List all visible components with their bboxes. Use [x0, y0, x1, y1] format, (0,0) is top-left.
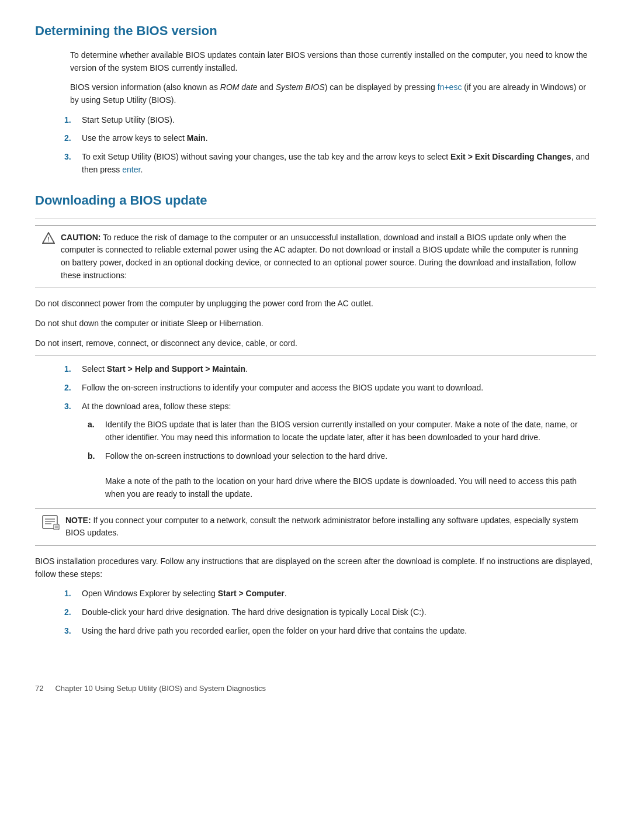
step-num-1-2: 2. — [64, 132, 71, 145]
rule3: Do not insert, remove, connect, or disco… — [35, 337, 596, 357]
step-num-1-3: 3. — [64, 151, 71, 164]
sub-steps: a. Identify the BIOS update that is late… — [105, 419, 596, 500]
enter-link[interactable]: enter — [122, 165, 140, 174]
section2-title: Downloading a BIOS update — [35, 193, 596, 209]
note-svg — [42, 515, 60, 530]
sub-step-num-a: a. — [88, 419, 95, 431]
caution-body: To reduce the risk of damage to the comp… — [61, 233, 578, 280]
step2-1: 1. Open Windows Explorer by selecting St… — [82, 587, 596, 600]
step2-1-end: . — [285, 589, 287, 598]
section1-para2: BIOS version information (also known as … — [70, 81, 596, 106]
step-1-1: 1. Start Setup Utility (BIOS). — [82, 114, 596, 127]
step-num2-2: 2. — [64, 606, 71, 619]
page-number: 72 — [35, 684, 43, 693]
step-2-1-start: Select — [82, 364, 107, 374]
section1-para1: To determine whether available BIOS upda… — [70, 49, 596, 74]
rule2: Do not shut down the computer or initiat… — [35, 317, 596, 330]
section-bios-download: Downloading a BIOS update ! CAUTION: To … — [35, 193, 596, 638]
step-num-2-1: 1. — [64, 363, 71, 376]
section2-divider — [35, 219, 596, 219]
step-num-2-2: 2. — [64, 382, 71, 395]
step-2-1-bold: Start > Help and Support > Maintain — [107, 364, 245, 374]
sub-step-a: a. Identify the BIOS update that is late… — [105, 419, 596, 444]
para2-start: BIOS version information (also known as — [70, 82, 220, 92]
fn-esc-link[interactable]: fn+esc — [438, 82, 462, 92]
step-2-1-end: . — [245, 364, 248, 374]
chapter-title: Chapter 10 Using Setup Utility (BIOS) an… — [55, 684, 266, 693]
step-2-3: 3. At the download area, follow these st… — [82, 400, 596, 501]
para2-end: ) can be displayed by pressing — [325, 82, 438, 92]
sub-step-num-b: b. — [88, 450, 95, 463]
caution-text: CAUTION: To reduce the risk of damage to… — [61, 231, 589, 282]
step-1-3-start: To exit Setup Utility (BIOS) without sav… — [82, 152, 450, 161]
step-num2-3: 3. — [64, 625, 71, 638]
page-footer: 72 Chapter 10 Using Setup Utility (BIOS)… — [35, 684, 596, 693]
sub-step-a-text: Identify the BIOS update that is later t… — [105, 420, 578, 442]
sub-step-b: b. Follow the on-screen instructions to … — [105, 450, 596, 501]
triangle-svg: ! — [42, 232, 55, 244]
caution-box: ! CAUTION: To reduce the risk of damage … — [35, 225, 596, 289]
step-2-2: 2. Follow the on-screen instructions to … — [82, 382, 596, 395]
sub-step-b-text: Follow the on-screen instructions to dow… — [105, 451, 577, 499]
section-bios-version: Determining the BIOS version To determin… — [35, 23, 596, 177]
note-icon — [42, 515, 60, 535]
post-note-text: BIOS installation procedures vary. Follo… — [35, 555, 596, 580]
svg-text:!: ! — [47, 236, 50, 243]
step2-1-start: Open Windows Explorer by selecting — [82, 589, 218, 598]
step2-1-bold: Start > Computer — [218, 589, 285, 598]
step-1-1-text: Start Setup Utility (BIOS). — [82, 115, 175, 125]
step-1-2-bold: Main — [187, 133, 206, 143]
para2-mid: and — [258, 82, 276, 92]
note-label: NOTE: — [65, 516, 91, 525]
step-1-2-end: . — [206, 133, 208, 143]
section1-steps: 1. Start Setup Utility (BIOS). 2. Use th… — [82, 114, 596, 177]
step2-3: 3. Using the hard drive path you recorde… — [82, 625, 596, 638]
section2-steps2: 1. Open Windows Explorer by selecting St… — [82, 587, 596, 637]
caution-triangle-icon: ! — [42, 232, 55, 249]
sub-step-b-line1: Follow the on-screen instructions to dow… — [105, 451, 387, 461]
svg-rect-6 — [54, 524, 59, 530]
step2-3-text: Using the hard drive path you recorded e… — [82, 626, 467, 635]
step2-2-text: Double-click your hard drive designation… — [82, 607, 427, 617]
para2-sys: System BIOS — [276, 82, 325, 92]
step-num-2-3: 3. — [64, 400, 71, 413]
step2-2: 2. Double-click your hard drive designat… — [82, 606, 596, 619]
caution-label: CAUTION: — [61, 233, 100, 242]
note-box: NOTE: If you connect your computer to a … — [35, 508, 596, 546]
step-1-3: 3. To exit Setup Utility (BIOS) without … — [82, 151, 596, 176]
step-1-3-bold: Exit > Exit Discarding Changes — [450, 152, 571, 161]
step-2-2-text: Follow the on-screen instructions to ide… — [82, 383, 483, 392]
section1-title: Determining the BIOS version — [35, 23, 596, 40]
step-num-1-1: 1. — [64, 114, 71, 127]
step-1-2-text-start: Use the arrow keys to select — [82, 133, 187, 143]
para2-rom: ROM date — [220, 82, 258, 92]
rule1: Do not disconnect power from the compute… — [35, 298, 596, 310]
sub-step-b-line2: Make a note of the path to the location … — [105, 476, 577, 499]
step-1-2: 2. Use the arrow keys to select Main. — [82, 132, 596, 145]
step-num2-1: 1. — [64, 587, 71, 600]
note-text: NOTE: If you connect your computer to a … — [65, 514, 589, 540]
note-body: If you connect your computer to a networ… — [65, 516, 578, 538]
section2-steps: 1. Select Start > Help and Support > Mai… — [82, 363, 596, 500]
step-2-1: 1. Select Start > Help and Support > Mai… — [82, 363, 596, 376]
step-1-3-end: . — [140, 165, 143, 174]
step-2-3-text: At the download area, follow these steps… — [82, 402, 231, 411]
